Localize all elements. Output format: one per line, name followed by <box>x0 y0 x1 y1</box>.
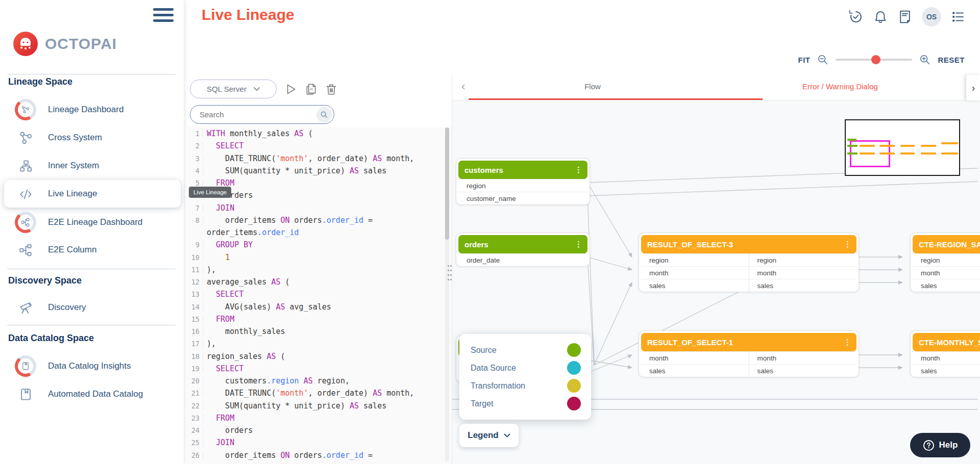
line-number: 7 <box>188 204 203 212</box>
tabs-scroll-left-icon[interactable]: ‹ <box>461 80 465 93</box>
release-notes-icon[interactable] <box>897 9 913 24</box>
lineage-dashboard-icon <box>14 99 37 120</box>
search-input[interactable] <box>190 110 316 119</box>
lineage-node-cte_monthly_sales[interactable]: CTE-MONTHLY_SALES⋮monthsales <box>910 330 980 377</box>
engine-select[interactable]: SQL Server <box>190 80 277 98</box>
zoom-out-icon[interactable] <box>817 54 828 65</box>
sidebar: OCTOPAI Lineage SpaceLineage DashboardCr… <box>0 0 184 464</box>
code-line: 19 SELECT <box>188 363 452 375</box>
lineage-canvas[interactable]: customers⋮regioncustomer_nameorders⋮orde… <box>452 100 980 464</box>
copy-icon[interactable] <box>304 83 317 96</box>
node-column-row[interactable]: sales <box>641 364 749 377</box>
zoom-toolbar: FIT RESET <box>798 54 965 65</box>
node-column-row[interactable]: month <box>641 266 749 279</box>
code-line: 8 order_items ON orders.order_id = <box>188 214 452 226</box>
code-line: 4 SUM(quantity * unit_price) AS sales <box>188 165 452 177</box>
sidebar-item-cross-system[interactable]: Cross System <box>4 124 181 151</box>
legend-item-label: Target <box>471 399 493 408</box>
legend-button[interactable]: Legend <box>459 424 519 447</box>
node-header[interactable]: orders⋮ <box>458 235 587 253</box>
sidebar-item-e2e-column[interactable]: E2E Column <box>4 236 181 264</box>
lineage-node-result_of_select_3[interactable]: RESULT_OF_SELECT-3⋮regionmonthsalesregio… <box>639 233 859 292</box>
sidebar-section-heading: Discovery Space <box>8 275 82 286</box>
node-column-row[interactable]: region <box>458 179 587 192</box>
node-column-row[interactable]: region <box>913 253 980 266</box>
node-menu-icon[interactable]: ⋮ <box>575 165 582 174</box>
zoom-in-icon[interactable] <box>919 54 930 65</box>
editor-scrollbar-thumb[interactable] <box>445 127 449 240</box>
help-button[interactable]: Help <box>910 433 970 457</box>
node-title: RESULT_OF_SELECT-1 <box>647 338 733 347</box>
code-line: 25 JOIN <box>188 436 452 449</box>
line-number: 20 <box>188 377 203 385</box>
node-menu-icon[interactable]: ⋮ <box>844 240 851 249</box>
node-header[interactable]: RESULT_OF_SELECT-1⋮ <box>641 333 856 351</box>
zoom-slider-thumb[interactable] <box>871 55 880 64</box>
node-title: CTE-MONTHLY_SALES <box>919 338 980 347</box>
node-menu-icon[interactable]: ⋮ <box>575 240 582 249</box>
sidebar-item-data-catalog-insights[interactable]: Data Catalog Insights <box>4 352 181 380</box>
sidebar-item-label: Cross System <box>48 133 102 143</box>
node-column-row[interactable]: sales <box>913 364 980 377</box>
history-icon[interactable] <box>848 9 864 24</box>
code-line: 23 FROM <box>188 412 452 424</box>
code-line: 10 1 <box>188 251 452 264</box>
sidebar-item-live-lineage[interactable]: Live Lineage <box>4 180 181 208</box>
sidebar-section-heading: Data Catalog Space <box>8 333 94 344</box>
node-column-row[interactable]: month <box>641 351 749 364</box>
reset-button[interactable]: RESET <box>938 56 965 64</box>
code-line: 22 SUM(quantity * unit_price) AS sales <box>188 400 452 412</box>
node-column-row[interactable]: region <box>641 253 749 266</box>
node-column-row[interactable]: month <box>749 351 857 364</box>
line-number: 9 <box>188 241 203 249</box>
tab-error-warning[interactable]: Error / Warning Dialog <box>758 82 922 91</box>
node-column-row[interactable]: sales <box>749 279 857 292</box>
sidebar-item-discovery[interactable]: Discovery <box>4 294 181 321</box>
node-header[interactable]: CTE-REGION_SALES⋮ <box>913 235 980 253</box>
octopai-logo-icon <box>13 32 38 56</box>
sidebar-item-e2e-lineage-dashboard[interactable]: E2E Lineage Dashboard <box>4 209 181 236</box>
line-number: 23 <box>188 414 203 422</box>
run-query-button[interactable] <box>284 83 297 96</box>
node-header[interactable]: customers⋮ <box>458 161 587 179</box>
node-column-row[interactable]: order_date <box>458 253 587 266</box>
code-line: 21 DATE_TRUNC('month', order_date) AS mo… <box>188 387 452 399</box>
node-column-row[interactable]: sales <box>913 279 980 292</box>
node-column-row[interactable]: customer_name <box>458 192 587 204</box>
e2e-lineage-dashboard-icon <box>14 212 37 233</box>
node-header[interactable]: CTE-MONTHLY_SALES⋮ <box>913 333 980 351</box>
lineage-node-orders[interactable]: orders⋮order_date <box>456 233 590 267</box>
lineage-node-result_of_select_1[interactable]: RESULT_OF_SELECT-1⋮monthsalesmonthsales <box>639 330 859 377</box>
chevron-down-icon <box>504 433 510 438</box>
node-column-row[interactable]: month <box>913 266 980 279</box>
tabs-scroll-right-icon[interactable]: › <box>966 75 980 100</box>
zoom-slider[interactable] <box>836 55 912 64</box>
node-column-row[interactable]: sales <box>641 279 749 292</box>
tab-flow[interactable]: Flow <box>552 82 633 91</box>
node-column-row[interactable]: month <box>749 266 857 279</box>
lineage-node-cte_region_sales[interactable]: CTE-REGION_SALES⋮regionmonthsales <box>910 233 980 292</box>
sidebar-item-lineage-dashboard[interactable]: Lineage Dashboard <box>4 96 181 123</box>
header-icons: OS <box>848 7 966 27</box>
hamburger-menu-icon[interactable] <box>153 8 174 23</box>
task-list-icon[interactable] <box>950 9 966 24</box>
octopai-logo: OCTOPAI <box>13 32 117 56</box>
node-column-row[interactable]: month <box>913 351 980 364</box>
search-icon[interactable] <box>316 107 332 122</box>
sidebar-item-inner-system[interactable]: Inner System <box>4 152 181 179</box>
sidebar-item-automated-data-catalog[interactable]: Automated Data Catalog <box>4 380 181 408</box>
node-column-row[interactable]: sales <box>749 364 857 377</box>
trash-icon[interactable] <box>325 83 338 96</box>
node-header[interactable]: RESULT_OF_SELECT-3⋮ <box>641 235 856 253</box>
notifications-bell-icon[interactable] <box>873 9 888 24</box>
automated-data-catalog-icon <box>14 388 37 401</box>
user-avatar[interactable]: OS <box>922 7 941 27</box>
node-column-row[interactable]: region <box>749 253 857 266</box>
sql-code-area[interactable]: 1WITH monthly_sales AS (2 SELECT3 DATE_T… <box>188 127 452 464</box>
minimap[interactable] <box>845 119 960 176</box>
lineage-node-customers[interactable]: customers⋮regioncustomer_name <box>456 158 590 205</box>
sidebar-divider <box>7 269 176 269</box>
fit-button[interactable]: FIT <box>798 56 810 64</box>
node-menu-icon[interactable]: ⋮ <box>844 338 851 347</box>
flow-tabbar: ‹ Flow Error / Warning Dialog › <box>452 75 980 100</box>
